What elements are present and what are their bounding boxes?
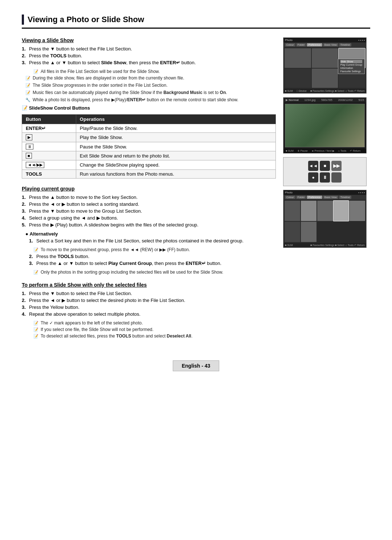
note-icon-6: 📝: [33, 248, 38, 252]
alt-note-1-text: To move to the previous/next group, pres…: [41, 247, 190, 252]
op-tools: Run various functions from the Photo men…: [76, 170, 275, 179]
alt-step-3: 3. Press the ▲ or ▼ button to select Pla…: [29, 261, 276, 266]
note-icon-7: 📝: [33, 270, 38, 275]
page-footer: English - 43: [22, 360, 370, 371]
step-2: 2. Press the TOOLS button.: [22, 53, 276, 58]
remote-rew-btn: ◄◄: [308, 161, 318, 171]
note-icon-8: 📝: [33, 321, 38, 326]
playing-group-heading: Playing current group: [22, 186, 276, 192]
tab-preference: Preference: [307, 43, 322, 46]
viewing-slide-show-section: Viewing a Slide Show 1. Press the ▼ butt…: [22, 37, 276, 179]
sel-note-2: 📝 If you select one file, the Slide Show…: [22, 327, 276, 332]
ss1-dots: • • • •: [358, 38, 365, 42]
alt-sub-note-2: 📝 Only the photos in the sorting group i…: [22, 270, 276, 275]
alt-sub-note-1: 📝 To move to the previous/next group, pr…: [22, 247, 276, 252]
table-col-operations: Operations: [76, 115, 275, 124]
note-2: 📝 The Slide Show progresses in the order…: [22, 83, 276, 88]
play-step-1: 1. Press the ▲ button to move to the Sor…: [22, 195, 276, 200]
ss3-tab-preference: Preference: [307, 196, 322, 199]
thumb-1: [285, 48, 311, 68]
alt-step-2: 2. Press the TOOLS button.: [29, 254, 276, 259]
tab-basic-view: Basic View: [323, 43, 338, 46]
ss3-body: [283, 200, 366, 243]
btn-speed: ◄◄/▶▶: [22, 160, 76, 170]
ss1-context-menu: Slide Show Play Current Group Informatio…: [338, 59, 365, 74]
step3-sub-note: 📝 All files in the File List Section wil…: [22, 69, 276, 74]
note-icon-5: 🔧: [25, 98, 30, 102]
selected-files-heading: To perform a Slide Show with only the se…: [22, 282, 276, 288]
ss3-tab-basic: Basic View: [323, 196, 338, 199]
ss3-dots: • • • •: [358, 191, 365, 194]
tab-timeline: Timeline: [339, 43, 351, 46]
ss2-image: [285, 104, 365, 147]
page-title-section: Viewing a Photo or Slide Show: [22, 15, 370, 29]
ss2-filename: 1234.jpg: [305, 98, 316, 102]
ss2-footer: ■ SUM ⏸ Pause ◄ Previous / Next ▶ ♫ Tool…: [283, 149, 366, 153]
slideshow-control-label: 📝 SlideShow Control Buttons: [22, 105, 90, 111]
tab-colour: Colour: [285, 43, 295, 46]
sel-note-3: 📝 To deselect all selected files, press …: [22, 334, 276, 339]
sel-step-1: 1. Press the ▼ button to select the File…: [22, 291, 276, 296]
ss2-footer-prev: ◄ Previous / Next ▶: [311, 150, 334, 152]
op-speed: Change the SlideShow playing speed.: [76, 160, 275, 170]
alt-steps-list: 1. Select a Sort key and then in the Fil…: [22, 238, 276, 244]
thumb-4: [285, 69, 311, 88]
table-row: TOOLS Run various functions from the Pho…: [22, 170, 276, 179]
remote-ff-btn: ▶▶: [331, 161, 342, 171]
remote-bottom-row: ● ⏸: [308, 172, 342, 183]
screenshot-2: ▶ Normal 1234.jpg 580x785 2008/12/02 5/1…: [283, 97, 367, 154]
table-body: ENTER↵ Play/Pause the Slide Show. ▶ Play…: [22, 124, 276, 179]
table-col-button: Button: [22, 115, 76, 124]
sel-note-2-text: If you select one file, the Slide Show w…: [41, 327, 154, 332]
step-1: 1. Press the ▼ button to select the File…: [22, 46, 276, 52]
remote-control-box: ◄◄ ■ ▶▶ ● ⏸: [283, 157, 367, 186]
ss2-footer-pause: ⏸ Pause: [297, 150, 308, 152]
alt-steps-2-list: 2. Press the TOOLS button. 3. Press the …: [22, 254, 276, 266]
ss3-thumb-6: [285, 222, 300, 242]
sel-note-1-text: The ✓ mark appears to the left of the se…: [41, 320, 143, 326]
ss3-title: Photo: [285, 191, 293, 194]
remote-blank-btn: [331, 172, 342, 183]
op-play: Play the Slide Show.: [76, 133, 275, 142]
ss3-tab-folder: Folder: [296, 196, 306, 199]
op-stop: Exit Slide Show and return to the photo …: [76, 151, 275, 160]
step-3: 3. Press the ▲ or ▼ button to select Sli…: [22, 60, 276, 65]
screenshot-1: Photo • • • • Colour Folder Preference B…: [283, 37, 367, 94]
viewing-slide-show-heading: Viewing a Slide Show: [22, 37, 276, 43]
ss3-thumb-5: [350, 201, 365, 221]
ss3-header: Photo • • • •: [283, 190, 366, 195]
ss3-footer: ■ SUM ■ Favourites Settings ■ Select ♫ T…: [283, 243, 366, 248]
slideshow-control-label-wrapper: 📝 SlideShow Control Buttons: [22, 105, 276, 111]
note-icon-10: 📝: [33, 334, 38, 339]
table-row: ▶ Play the Slide Show.: [22, 133, 276, 142]
alternatively-label: ● Alternatively: [25, 231, 276, 237]
ss2-footer-tools: ♫ Tools: [338, 150, 346, 152]
play-step-2: 2. Press the ◄ or ▶ button to select a s…: [22, 201, 276, 207]
table-row: ■ Exit Slide Show and return to the phot…: [22, 151, 276, 160]
ss1-tabs: Colour Folder Preference Basic View Time…: [283, 42, 366, 47]
ss3-tab-colour: Colour: [285, 196, 295, 199]
btn-stop: ■: [22, 151, 76, 160]
ss2-count: 5/15: [358, 98, 364, 102]
note-icon-3: 📝: [25, 83, 30, 88]
alt-step-1: 1. Select a Sort key and then in the Fil…: [29, 238, 276, 244]
remote-stop-btn: ■: [320, 161, 330, 171]
ss1-footer-mid: □ Device: [297, 90, 307, 93]
ss3-footer-right: ■ Favourites Settings ■ Select ♫ Tools ↶…: [310, 244, 365, 247]
remote-buttons-group: ◄◄ ■ ▶▶ ● ⏸: [308, 161, 342, 183]
menu-favourite: Favourite Settings: [340, 70, 362, 73]
ss2-image-inner: [285, 104, 364, 147]
note-5: 🔧 While a photo list is displayed, press…: [22, 97, 276, 102]
ss3-thumb-4: [333, 201, 349, 221]
ss3-thumb-3: [317, 201, 333, 221]
title-accent-bar: [22, 15, 24, 25]
sel-step-4: 4. Repeat the above operation to select …: [22, 311, 276, 317]
ss3-thumb-1: [285, 201, 300, 221]
main-content: Viewing a Slide Show 1. Press the ▼ butt…: [22, 37, 370, 346]
ss2-footer-sum: ■ SUM: [286, 150, 294, 152]
tab-folder: Folder: [296, 43, 306, 46]
ss2-header: ▶ Normal 1234.jpg 580x785 2008/12/02 5/1…: [283, 98, 366, 102]
play-step-5: 5. Press the ▶ (Play) button. A slidesho…: [22, 222, 276, 228]
note-3-text: Music files can be automatically played …: [33, 90, 227, 95]
menu-information: Information: [340, 66, 362, 70]
